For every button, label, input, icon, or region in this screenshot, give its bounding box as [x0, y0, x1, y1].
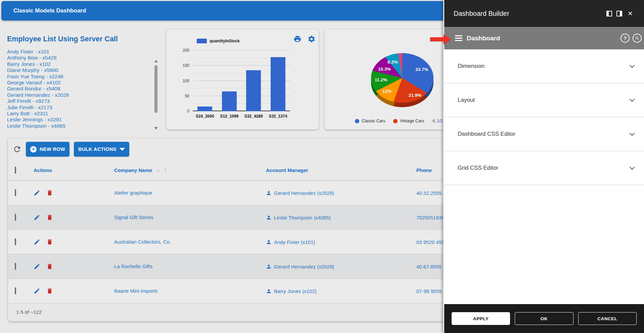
delete-icon[interactable]	[46, 190, 53, 196]
y-axis-tick: 0	[173, 109, 189, 114]
employee-list-item[interactable]: Barry Jones - x102	[7, 61, 165, 67]
builder-titlebar: Dashboard Builder ×	[444, 0, 644, 27]
person-icon	[266, 264, 272, 269]
account-manager-link[interactable]: Leslie Thompson (x4065)	[266, 215, 416, 220]
new-row-button[interactable]: + NEW ROW	[26, 142, 70, 157]
accordion-section[interactable]: Layout	[444, 83, 644, 117]
row-checkbox[interactable]	[15, 189, 16, 196]
accordion-section-label: Grid CSS Editor	[458, 165, 498, 171]
row-checkbox[interactable]	[15, 263, 16, 270]
pie-legend-pagination: 1/2	[431, 119, 443, 123]
employee-list-item[interactable]: Gerard Bondur - x5408	[7, 86, 165, 92]
ok-button[interactable]: OK	[515, 312, 573, 325]
delete-icon[interactable]	[46, 239, 53, 245]
employee-list-item[interactable]: Jeff Firrelli - x9273	[7, 98, 165, 104]
scroll-down-icon[interactable]	[154, 127, 158, 130]
employee-list-scrollbar[interactable]	[154, 60, 159, 130]
accordion-section[interactable]: Dashboard CSS Editor	[444, 117, 644, 151]
search-icon[interactable]	[633, 34, 642, 43]
pie-legend-entry[interactable]: Vintage Cars	[393, 119, 424, 123]
company-name-link[interactable]: Atelier graphique	[114, 190, 152, 196]
company-name-link[interactable]: Australian Collectors, Co.	[114, 239, 171, 245]
builder-menubar: Dashboard ?	[444, 27, 644, 49]
company-name-link[interactable]: Signal Gift Stores	[114, 214, 153, 220]
refresh-icon[interactable]	[13, 145, 21, 154]
pie-slice-label: 11.2%	[375, 77, 387, 82]
help-icon[interactable]: ?	[620, 34, 630, 43]
legend-label: Classic Cars	[362, 119, 385, 123]
x-axis-label: S24_2000	[193, 114, 217, 119]
person-icon	[266, 239, 272, 245]
bar[interactable]	[197, 107, 212, 111]
gear-icon[interactable]	[308, 35, 316, 43]
company-name-link[interactable]: La Rochelle Gifts	[114, 263, 152, 269]
column-header-actions: Actions	[34, 167, 114, 173]
scroll-up-icon[interactable]	[154, 60, 158, 63]
employee-list: Andy Fixter - x101Anthony Bow - x5428Bar…	[7, 49, 165, 129]
employee-list-item[interactable]: Leslie Thompson - x4065	[7, 123, 165, 129]
employee-list-item[interactable]: Foon Yue Tseng - x2248	[7, 74, 165, 80]
dock-left-icon[interactable]	[606, 11, 612, 16]
person-icon	[266, 288, 272, 294]
close-icon[interactable]: ×	[628, 9, 633, 17]
page-prev-icon[interactable]	[431, 119, 435, 123]
employee-list-panel: Employee List Using Server Call Andy Fix…	[7, 35, 165, 129]
edit-icon[interactable]	[34, 190, 40, 196]
builder-accordion: Dimension Layout Dashboard CSS Editor Gr…	[444, 49, 644, 185]
column-header-manager: Account Manager	[266, 167, 416, 173]
bar-chart-plot: 050100150200	[193, 50, 290, 111]
accordion-section[interactable]: Dimension	[444, 49, 644, 83]
row-checkbox[interactable]	[15, 287, 16, 294]
edit-icon[interactable]	[34, 288, 40, 294]
employee-list-item[interactable]: Diane Murphy - x5800	[7, 67, 165, 73]
delete-icon[interactable]	[46, 214, 53, 221]
employee-list-item[interactable]: Julie Firrelli - x2173	[7, 105, 165, 111]
account-manager-link[interactable]: Gerard Hernandez (x2028)	[266, 190, 416, 196]
account-manager-link[interactable]: Andy Fixter (x101)	[266, 239, 416, 245]
bulk-actions-button[interactable]: BULK ACTIONS	[74, 142, 129, 157]
bar[interactable]	[246, 70, 261, 111]
legend-dot	[355, 119, 359, 123]
delete-icon[interactable]	[46, 263, 53, 270]
menu-icon[interactable]	[455, 35, 462, 41]
caret-down-icon	[120, 148, 125, 151]
row-checkbox[interactable]	[15, 214, 16, 221]
column-header-company[interactable]: Company Name ↑↓ ⋮	[114, 167, 266, 173]
bar[interactable]	[222, 91, 237, 111]
employee-list-item[interactable]: Andy Fixter - x101	[7, 49, 165, 55]
employee-list-item[interactable]: Leslie Jennings - x3291	[7, 117, 165, 123]
apply-button[interactable]: APPLY	[452, 312, 510, 325]
pie-legend: Classic Cars Vintage Cars	[355, 119, 424, 123]
print-icon[interactable]	[293, 35, 302, 43]
account-manager-link[interactable]: Gerard Hernandez (x2028)	[266, 264, 416, 269]
delete-icon[interactable]	[46, 288, 53, 294]
cancel-button[interactable]: CANCEL	[578, 312, 637, 325]
x-axis-label: S32_4289	[241, 114, 266, 119]
accordion-section[interactable]: Grid CSS Editor	[444, 151, 644, 185]
person-icon	[266, 190, 272, 196]
employee-list-title: Employee List Using Server Call	[7, 35, 165, 43]
account-manager-link[interactable]: Barry Jones (x102)	[266, 288, 416, 294]
edit-icon[interactable]	[34, 239, 40, 245]
legend-swatch	[197, 39, 207, 43]
pie-legend-entry[interactable]: Classic Cars	[355, 119, 385, 123]
sort-icon[interactable]: ↑↓	[156, 168, 159, 173]
row-checkbox[interactable]	[15, 238, 16, 245]
employee-list-item[interactable]: Larry Bott - x2311	[7, 111, 165, 117]
pie-slice-label: 21.9%	[409, 93, 421, 98]
employee-list-item[interactable]: George Vanauf - x4102	[7, 80, 165, 86]
employee-list-item[interactable]: Gerard Hernandez - x2028	[7, 92, 165, 98]
select-all-checkbox[interactable]	[15, 167, 16, 174]
page-indicator: 1/2	[437, 119, 443, 123]
bar[interactable]	[271, 57, 285, 111]
column-menu-icon[interactable]: ⋮	[163, 168, 168, 173]
builder-menu-label: Dashboard	[467, 35, 500, 42]
edit-icon[interactable]	[34, 263, 40, 270]
scrollbar-thumb[interactable]	[154, 65, 157, 113]
edit-icon[interactable]	[34, 214, 40, 221]
y-axis-tick: 200	[173, 48, 189, 53]
bar-chart-card: quantityInStock 050100150200 S24_2000S12…	[166, 29, 319, 130]
company-name-link[interactable]: Baane Mini Imports	[114, 288, 157, 294]
dock-right-icon[interactable]	[616, 11, 622, 16]
employee-list-item[interactable]: Anthony Bow - x5428	[7, 55, 165, 61]
